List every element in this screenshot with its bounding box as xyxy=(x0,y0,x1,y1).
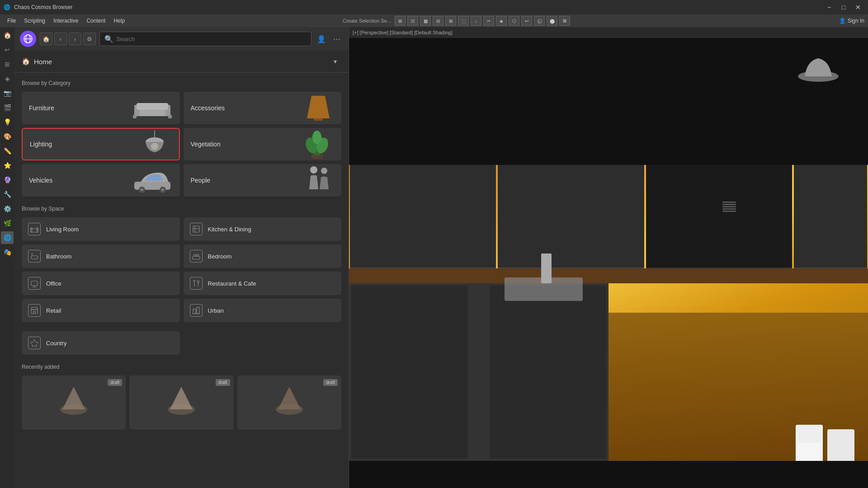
toolbar-btn-2[interactable]: ⊡ xyxy=(407,16,418,26)
sidebar-icon-settings[interactable]: ⚙️ xyxy=(1,202,14,215)
space-card-country[interactable]: Country xyxy=(22,331,180,355)
toolbar-btn-1[interactable]: ⊞ xyxy=(395,16,406,26)
home-dropdown-button[interactable]: ▾ xyxy=(329,55,341,68)
sidebar-icon-cosmos[interactable]: 🌐 xyxy=(1,231,14,244)
svg-rect-7 xyxy=(133,115,137,118)
svg-point-35 xyxy=(32,253,33,254)
sidebar-icon-sphere[interactable]: 🔮 xyxy=(1,174,14,186)
svg-marker-9 xyxy=(307,96,330,118)
sidebar-icon-scene[interactable]: 🎬 xyxy=(1,101,14,114)
category-card-accessories[interactable]: Accessories xyxy=(184,92,342,124)
toolbar-btn-4[interactable]: ⊟ xyxy=(433,16,443,26)
search-input[interactable] xyxy=(116,36,307,42)
space-card-restaurant-cafe[interactable]: Restaurant & Cafe xyxy=(184,272,342,295)
space-card-bedroom[interactable]: Bedroom xyxy=(184,244,342,268)
category-label-accessories: Accessories xyxy=(191,104,225,112)
menu-content[interactable]: Content xyxy=(83,17,109,25)
close-button[interactable]: ✕ xyxy=(852,3,864,12)
category-card-furniture[interactable]: Furniture xyxy=(22,92,180,124)
space-label-living-room: Living Room xyxy=(46,226,79,233)
sidebar-icon-objects[interactable]: ◈ xyxy=(1,72,14,85)
sidebar-icon-brush[interactable]: ✏️ xyxy=(1,145,14,157)
main-content: 🏠 ↩ ⊞ ◈ 📷 🎬 💡 🎨 ✏️ ⭐ 🔮 🔧 ⚙️ 🌿 🌐 🎭 xyxy=(0,27,868,488)
toolbar-btn-8[interactable]: ✂ xyxy=(483,16,494,26)
user-button[interactable]: 👤 xyxy=(315,33,328,45)
minimize-button[interactable]: − xyxy=(823,3,835,12)
sidebar-icon-light[interactable]: 💡 xyxy=(1,116,14,128)
maximize-button[interactable]: □ xyxy=(837,3,850,12)
space-card-urban[interactable]: Urban xyxy=(184,299,342,322)
toolbar-btn-6[interactable]: ⬚ xyxy=(458,16,469,26)
category-label-vegetation: Vegetation xyxy=(191,141,221,148)
space-label-retail: Retail xyxy=(46,307,61,314)
nav-back-button[interactable]: 🏠 xyxy=(40,33,52,45)
draft-card-1[interactable]: draft xyxy=(22,375,126,430)
sidebar-icon-home[interactable]: 🏠 xyxy=(1,29,14,42)
category-card-vehicles[interactable]: Vehicles xyxy=(22,164,180,197)
svg-point-25 xyxy=(310,166,317,174)
app-icon: 🌐 xyxy=(4,4,10,10)
sign-in-icon: 👤 xyxy=(839,18,846,24)
nav-next-button[interactable]: › xyxy=(69,33,81,45)
kitchen-faucet xyxy=(541,253,552,283)
svg-point-22 xyxy=(141,188,143,191)
category-card-vegetation[interactable]: Vegetation xyxy=(184,128,342,160)
toolbar-btn-3[interactable]: ▦ xyxy=(420,16,431,26)
space-card-office[interactable]: Office xyxy=(22,272,180,295)
toolbar-btn-14[interactable]: ⌘ xyxy=(559,16,570,26)
sidebar-icon-camera[interactable]: 📷 xyxy=(1,87,14,99)
sign-in-label: Sign In xyxy=(848,18,864,24)
sidebar-icon-palette[interactable]: 🎭 xyxy=(1,246,14,258)
menu-interactive[interactable]: Interactive xyxy=(50,17,82,25)
toolbar-btn-5[interactable]: ⊞ xyxy=(445,16,456,26)
sidebar-icon-paint[interactable]: 🎨 xyxy=(1,130,14,143)
toolbar-btn-11[interactable]: ↩ xyxy=(521,16,532,26)
category-label-vehicles: Vehicles xyxy=(29,177,52,184)
draft-card-3[interactable]: draft xyxy=(237,375,341,430)
viewport-main[interactable] xyxy=(349,38,868,461)
icon-sidebar: 🏠 ↩ ⊞ ◈ 📷 🎬 💡 🎨 ✏️ ⭐ 🔮 🔧 ⚙️ 🌿 🌐 🎭 xyxy=(0,27,14,488)
toolbar-btn-12[interactable]: ◱ xyxy=(534,16,545,26)
space-icon-urban xyxy=(190,304,203,317)
sign-in-button[interactable]: 👤 Sign In xyxy=(839,18,864,24)
draft-card-2[interactable]: draft xyxy=(129,375,233,430)
home-icon: 🏠 xyxy=(22,57,30,66)
space-card-kitchen-dining[interactable]: Kitchen & Dining xyxy=(184,217,342,241)
sidebar-icon-tools[interactable]: 🔧 xyxy=(1,188,14,201)
nav-settings-button[interactable]: ⚙ xyxy=(83,33,96,45)
sidebar-icon-star[interactable]: ⭐ xyxy=(1,159,14,172)
space-icon-office xyxy=(28,277,41,290)
toolbar-btn-10[interactable]: ⬡ xyxy=(509,16,519,26)
svg-rect-6 xyxy=(137,103,168,110)
space-label-urban: Urban xyxy=(208,307,224,314)
draft-grid: draft draft xyxy=(22,375,341,430)
viewport-top-dark xyxy=(349,38,868,165)
menu-bar: File Scripting Interactive Content Help … xyxy=(0,14,868,27)
sidebar-icon-layers[interactable]: ⊞ xyxy=(1,58,14,70)
kitchen-render-area xyxy=(349,165,868,461)
header-actions: 👤 ⋯ xyxy=(315,33,343,45)
space-card-living-room[interactable]: Living Room xyxy=(22,217,180,241)
space-label-office: Office xyxy=(46,280,61,287)
space-icon-bathroom xyxy=(28,250,41,263)
toolbar-btn-13[interactable]: ⬤ xyxy=(547,16,557,26)
viewport-header-text: [+] [Perspective] [Standard] [Default Sh… xyxy=(353,30,452,35)
category-card-people[interactable]: People xyxy=(184,164,342,197)
space-card-retail[interactable]: Retail xyxy=(22,299,180,322)
nav-prev-button[interactable]: ‹ xyxy=(54,33,67,45)
kitchen-chairs xyxy=(609,283,868,461)
draft-badge-1: draft xyxy=(108,379,122,386)
menu-help[interactable]: Help xyxy=(110,17,128,25)
svg-rect-8 xyxy=(168,115,172,118)
menu-file[interactable]: File xyxy=(4,17,19,25)
menu-scripting[interactable]: Scripting xyxy=(20,17,49,25)
more-options-button[interactable]: ⋯ xyxy=(330,33,343,45)
category-card-lighting[interactable]: Lighting xyxy=(22,128,180,160)
toolbar-btn-7[interactable]: ↓ xyxy=(471,16,481,26)
svg-rect-39 xyxy=(31,281,38,286)
space-card-bathroom[interactable]: Bathroom xyxy=(22,244,180,268)
category-label-lighting: Lighting xyxy=(30,141,52,148)
sidebar-icon-leaf[interactable]: 🌿 xyxy=(1,217,14,230)
toolbar-btn-9[interactable]: ◈ xyxy=(496,16,507,26)
sidebar-icon-back[interactable]: ↩ xyxy=(1,43,14,56)
